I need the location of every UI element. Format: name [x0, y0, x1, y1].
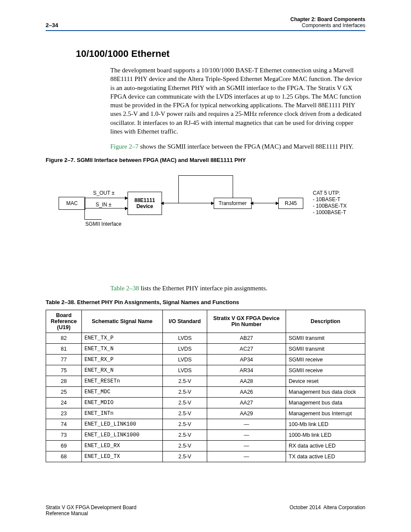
cell-pin: AC27	[207, 343, 286, 354]
cell-signal: ENET_LED_RX	[82, 440, 163, 451]
th-pin-number: Stratix V GX FPGA Device Pin Number	[207, 310, 286, 333]
cell-ref: 74	[46, 419, 82, 429]
table-reference-link[interactable]: Table 2–38	[110, 285, 139, 292]
line-transformer-rj45	[251, 203, 278, 203]
cell-pin: —	[207, 451, 286, 462]
cell-desc: RX data active LED	[286, 440, 365, 451]
table-row: 68ENET_LED_TX2.5-V—TX data active LED	[46, 451, 365, 462]
footer-left: Stratix V GX FPGA Development Board Refe…	[46, 504, 137, 516]
cell-desc: 100-Mb link LED	[286, 419, 365, 429]
line-phy-transformer	[161, 203, 214, 203]
label-s-out: S_OUT ±	[93, 190, 115, 196]
table-row: 73ENET_LED_LINK10002.5-V—1000-Mb link LE…	[46, 429, 365, 440]
chapter-title: Chapter 2: Board Components	[290, 16, 365, 22]
cell-signal: ENET_LED_LINK1000	[82, 429, 163, 440]
cell-ref: 73	[46, 429, 82, 440]
table-row: 25ENET_MDC2.5-VAA26Management bus data c…	[46, 386, 365, 397]
cell-io: 2.5-V	[163, 440, 207, 451]
cell-io: 2.5-V	[163, 419, 207, 429]
th-description: Description	[286, 310, 365, 333]
cell-io: 2.5-V	[163, 429, 207, 440]
th-signal-name: Schematic Signal Name	[82, 310, 163, 333]
figure-caption: Figure 2–7. SGMII Interface between FPGA…	[46, 157, 365, 163]
cell-desc: Management bus data clock	[286, 386, 365, 397]
cell-io: LVDS	[163, 333, 207, 343]
mac-box: MAC	[59, 197, 85, 210]
cell-pin: AB27	[207, 333, 286, 343]
line-vert-right	[233, 175, 233, 198]
cell-desc: 1000-Mb link LED	[286, 429, 365, 440]
cell-pin: —	[207, 429, 286, 440]
table-row: 69ENET_LED_RX2.5-V—RX data active LED	[46, 440, 365, 451]
table-row: 82ENET_TX_PLVDSAB27SGMII transmit	[46, 333, 365, 343]
cell-ref: 28	[46, 376, 82, 386]
page-number: 2–34	[46, 22, 58, 28]
cell-signal: ENET_TX_P	[82, 333, 163, 343]
cell-signal: ENET_LED_LINK100	[82, 419, 163, 429]
sgmii-bracket-left	[84, 198, 85, 219]
cell-io: 2.5-V	[163, 408, 207, 419]
cell-pin: —	[207, 440, 286, 451]
th-board-ref: Board Reference (U19)	[46, 310, 82, 333]
cell-ref: 77	[46, 354, 82, 365]
cell-desc: Device reset	[286, 376, 365, 386]
cell-desc: Management bus Interrupt	[286, 408, 365, 419]
section-path: Components and Interfaces	[290, 22, 365, 28]
cell-io: LVDS	[163, 354, 207, 365]
label-sgmii: SGMII Interface	[85, 221, 121, 227]
cell-desc: SGMII transmit	[286, 333, 365, 343]
table-row: 23ENET_INTn2.5-VAA29Management bus Inter…	[46, 408, 365, 419]
cell-io: LVDS	[163, 365, 207, 376]
cell-desc: SGMII receive	[286, 354, 365, 365]
section-heading: 10/100/1000 Ethernet	[76, 48, 365, 59]
table-row: 77ENET_RX_PLVDSAP34SGMII receive	[46, 354, 365, 365]
figure-reference-link[interactable]: Figure 2–7	[110, 143, 138, 150]
intro-paragraph: The development board supports a 10/100/…	[110, 66, 365, 136]
cell-io: 2.5-V	[163, 386, 207, 397]
label-s-in: S_IN ±	[96, 202, 112, 208]
table-row: 81ENET_TX_NLVDSAC27SGMII transmit	[46, 343, 365, 354]
cell-desc: SGMII receive	[286, 365, 365, 376]
cell-ref: 81	[46, 343, 82, 354]
phy-device-box: 88E1111 Device	[128, 192, 162, 215]
cell-signal: ENET_LED_TX	[82, 451, 163, 462]
cell-desc: TX data active LED	[286, 451, 365, 462]
sgmii-diagram: MAC 88E1111 Device Transformer RJ45 S_OU…	[46, 168, 365, 254]
figure-ref-paragraph: Figure 2–7 shows the SGMII interface bet…	[110, 142, 365, 151]
table-row: 75ENET_RX_NLVDSAR34SGMII receive	[46, 365, 365, 376]
table-caption: Table 2–38. Ethernet PHY Pin Assignments…	[46, 299, 365, 305]
cell-ref: 23	[46, 408, 82, 419]
cell-signal: ENET_MDC	[82, 386, 163, 397]
table-ref-paragraph: Table 2–38 lists the Ethernet PHY interf…	[110, 284, 365, 292]
pin-assignments-table: Board Reference (U19) Schematic Signal N…	[46, 310, 365, 462]
cell-io: LVDS	[163, 343, 207, 354]
cell-ref: 24	[46, 397, 82, 408]
table-header-row: Board Reference (U19) Schematic Signal N…	[46, 310, 365, 333]
cell-pin: AA27	[207, 397, 286, 408]
cell-ref: 82	[46, 333, 82, 343]
th-io-standard: I/O Standard	[163, 310, 207, 333]
cell-pin: AA26	[207, 386, 286, 397]
cell-pin: AP34	[207, 354, 286, 365]
page-footer: Stratix V GX FPGA Development Board Refe…	[46, 504, 365, 516]
line-vert-left	[178, 175, 179, 203]
table-row: 74ENET_LED_LINK1002.5-V—100-Mb link LED	[46, 419, 365, 429]
cell-pin: —	[207, 419, 286, 429]
cell-signal: ENET_TX_N	[82, 343, 163, 354]
cell-io: 2.5-V	[163, 397, 207, 408]
table-ref-text: lists the Ethernet PHY interface pin ass…	[139, 285, 268, 292]
cell-pin: AA28	[207, 376, 286, 386]
cell-signal: ENET_RX_N	[82, 365, 163, 376]
cell-signal: ENET_INTn	[82, 408, 163, 419]
cell-signal: ENET_RESETn	[82, 376, 163, 386]
cat5-label: CAT 5 UTP: - 10BASE-T - 100BASE-TX - 100…	[313, 190, 347, 216]
rj45-box: RJ45	[278, 198, 303, 209]
cell-signal: ENET_RX_P	[82, 354, 163, 365]
footer-right: October 2014 Altera Corporation	[290, 504, 365, 516]
line-mac-phy-in	[84, 208, 128, 208]
cell-pin: AR34	[207, 365, 286, 376]
cell-io: 2.5-V	[163, 376, 207, 386]
cell-pin: AA29	[207, 408, 286, 419]
line-top-horiz	[178, 175, 233, 176]
cell-ref: 68	[46, 451, 82, 462]
